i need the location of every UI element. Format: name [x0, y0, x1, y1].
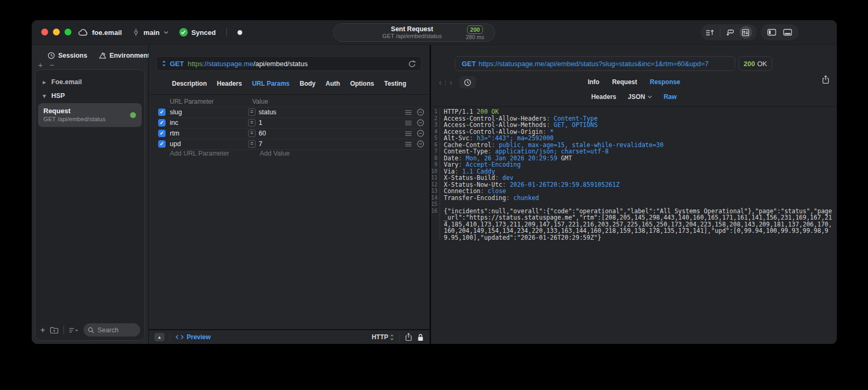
drag-handle-icon[interactable] — [405, 142, 412, 147]
zoom-button[interactable] — [65, 29, 71, 35]
line-number: 11 — [431, 175, 440, 182]
params-table: ✓slug=status✓inc=1✓rtm=60✓upd=7 — [156, 107, 424, 150]
sessions-panel: ▸ Foe.email ▾ HSP Request GET /api/embed… — [35, 69, 145, 341]
tree-group-hsp[interactable]: ▾ HSP — [35, 88, 144, 102]
toolbar-divider — [720, 29, 720, 37]
response-request-line[interactable]: GET https://statuspage.me/api/embed/stat… — [455, 56, 735, 71]
request-url-bar[interactable]: GET https://statuspage.me/api/embed/stat… — [156, 56, 422, 71]
param-name[interactable]: rtm — [170, 130, 248, 137]
toolbar-group-panels — [761, 24, 799, 40]
tab-url-params[interactable]: URL Params — [252, 80, 289, 87]
response-line: 14Transfer-Encoding: chunked — [431, 195, 833, 202]
remove-param-icon[interactable] — [417, 108, 424, 116]
remove-param-icon[interactable] — [417, 119, 424, 126]
param-value[interactable]: 60 — [259, 130, 400, 137]
tab-response[interactable]: Response — [650, 78, 680, 86]
subtab-json[interactable]: JSON — [628, 93, 652, 101]
request-method[interactable]: GET — [170, 60, 184, 68]
link-requests-icon[interactable] — [725, 29, 734, 37]
share-icon[interactable] — [405, 333, 412, 341]
request-list-item[interactable]: Request GET /api/embed/status — [38, 103, 142, 127]
method-selector-icon[interactable] — [162, 60, 166, 67]
tab-description[interactable]: Description — [172, 80, 207, 87]
protocol-selector[interactable]: HTTP — [372, 333, 394, 341]
param-row-slug[interactable]: ✓slug=status — [156, 107, 424, 117]
sort-filter-icon[interactable] — [69, 327, 79, 333]
param-value[interactable]: status — [259, 108, 400, 116]
line-number: 9 — [431, 161, 440, 168]
new-request-button[interactable]: + — [40, 326, 45, 334]
preview-button[interactable]: Preview — [176, 333, 211, 341]
line-number: 15 — [431, 201, 440, 208]
import-export-button[interactable] — [739, 26, 752, 39]
cloud-icon — [78, 29, 88, 36]
toggle-sidebar-icon[interactable] — [767, 29, 776, 36]
drag-handle-icon[interactable] — [405, 121, 412, 125]
equals-icon: = — [248, 140, 255, 148]
param-row-rtm[interactable]: ✓rtm=60 — [156, 128, 424, 139]
equals-icon: = — [248, 119, 255, 126]
sync-check-icon — [179, 28, 188, 37]
tab-environments[interactable]: Environments — [99, 52, 153, 59]
line-number: 14 — [431, 195, 440, 202]
status-code-badge: 200 — [467, 25, 483, 34]
sidebar-search[interactable]: Search — [84, 323, 140, 337]
param-value[interactable]: 7 — [259, 140, 400, 148]
chevron-down-icon — [163, 31, 169, 34]
request-url[interactable]: https://statuspage.me/api/embed/status — [188, 60, 308, 68]
new-folder-icon[interactable] — [50, 326, 59, 334]
sync-status[interactable]: Synced — [179, 28, 216, 37]
branch-switcher[interactable]: main — [132, 28, 168, 37]
param-row-inc[interactable]: ✓inc=1 — [156, 117, 424, 128]
export-response-icon[interactable] — [822, 75, 829, 84]
tab-info[interactable]: Info — [588, 78, 599, 86]
remove-param-icon[interactable] — [417, 140, 424, 148]
param-name[interactable]: upd — [170, 140, 248, 148]
tab-body[interactable]: Body — [300, 80, 316, 87]
minimize-button[interactable] — [53, 29, 60, 35]
param-name[interactable]: slug — [170, 108, 248, 116]
add-session-button[interactable]: + — [38, 60, 43, 69]
tab-auth[interactable]: Auth — [326, 80, 340, 87]
response-body[interactable]: 1HTTP/1.1 200 OK2Access-Control-Allow-He… — [431, 108, 833, 241]
response-request-method: GET — [462, 60, 476, 68]
subtab-headers[interactable]: Headers — [591, 93, 616, 101]
toolbar-group-requests — [701, 24, 757, 40]
tab-testing[interactable]: Testing — [384, 80, 406, 87]
sent-request-pill[interactable]: Sent Request GET /api/embed/status 200 2… — [333, 23, 495, 42]
drag-handle-icon[interactable] — [405, 110, 412, 115]
param-checkbox[interactable]: ✓ — [158, 119, 166, 126]
column-value: Value — [252, 98, 268, 105]
subtab-raw[interactable]: Raw — [664, 93, 677, 101]
tab-options[interactable]: Options — [350, 80, 374, 87]
tab-sessions[interactable]: Sessions — [48, 52, 87, 59]
editor-footer: ▲ Preview HTTP — [149, 329, 430, 344]
titlebar-divider — [226, 28, 227, 37]
remove-param-icon[interactable] — [417, 130, 424, 137]
add-value[interactable]: Add Value — [260, 150, 366, 157]
collapse-panel-button[interactable]: ▲ — [154, 333, 165, 341]
line-number: 7 — [431, 148, 440, 155]
footer-divider — [170, 333, 170, 341]
close-button[interactable] — [41, 29, 48, 35]
response-status-box: 200 OK — [738, 56, 772, 71]
tree-group-foe-email[interactable]: ▸ Foe.email — [35, 74, 144, 88]
param-checkbox[interactable]: ✓ — [158, 108, 166, 116]
titlebar: foe.email main Synced Sent Request — [32, 20, 837, 44]
remove-session-button[interactable]: − — [50, 60, 54, 69]
param-name[interactable]: inc — [170, 119, 248, 126]
project-switcher[interactable]: foe.email — [78, 29, 122, 37]
tab-headers[interactable]: Headers — [217, 80, 242, 87]
lock-icon[interactable] — [417, 333, 424, 341]
param-row-upd[interactable]: ✓upd=7 — [156, 139, 424, 149]
param-checkbox[interactable]: ✓ — [158, 130, 166, 137]
param-value[interactable]: 1 — [259, 119, 400, 126]
toggle-bottom-panel-icon[interactable] — [783, 29, 792, 36]
sort-list-icon[interactable] — [706, 29, 715, 37]
import-export-icon — [742, 29, 750, 37]
param-checkbox[interactable]: ✓ — [158, 140, 166, 148]
drag-handle-icon[interactable] — [405, 131, 412, 136]
tab-request[interactable]: Request — [612, 78, 637, 86]
equals-icon: = — [248, 108, 255, 116]
resend-icon[interactable] — [408, 60, 416, 68]
